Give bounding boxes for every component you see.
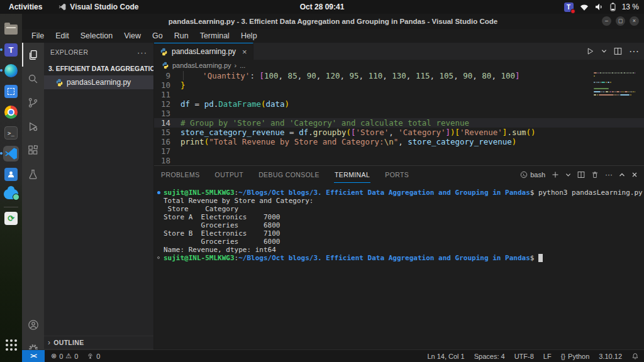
accounts-icon[interactable] xyxy=(22,313,44,337)
ports-status[interactable]: 0 xyxy=(87,353,100,360)
code-line-12[interactable]: 12df = pd.DataFrame(data) xyxy=(154,99,644,109)
breadcrumb-more[interactable]: ... xyxy=(240,62,245,69)
code-line-16[interactable]: 16print("Total Revenue by Store and Cate… xyxy=(154,137,644,146)
code-line-18[interactable]: 18 xyxy=(154,156,644,165)
explorer-icon[interactable] xyxy=(22,43,44,67)
menu-go[interactable]: Go xyxy=(147,30,169,41)
encoding[interactable]: UTF-8 xyxy=(514,353,534,360)
menu-selection[interactable]: Selection xyxy=(75,30,118,41)
prompt-decoration-icon xyxy=(157,256,160,259)
cursor-position[interactable]: Ln 14, Col 1 xyxy=(427,353,464,360)
panel-tab-output[interactable]: OUTPUT xyxy=(214,167,245,182)
menu-view[interactable]: View xyxy=(118,30,147,41)
problems-status[interactable]: ⊗0 ⚠0 xyxy=(51,352,78,360)
terminal-line: sujit@INL-5MLKWG3:~/Blogs/Oct blogs/3. E… xyxy=(155,254,644,262)
run-debug-icon[interactable] xyxy=(22,114,44,138)
volume-icon[interactable] xyxy=(595,3,604,11)
close-button[interactable]: × xyxy=(630,16,639,26)
maximize-panel-icon[interactable] xyxy=(619,172,625,178)
close-panel-icon[interactable] xyxy=(631,172,638,178)
remote-indicator[interactable]: >< xyxy=(22,350,45,362)
shell-selector[interactable]: bash xyxy=(520,171,545,178)
teams-app-icon[interactable]: T xyxy=(3,42,19,58)
outline-section[interactable]: › OUTLINE xyxy=(44,336,153,349)
chevron-right-icon: › xyxy=(48,338,50,347)
extensions-icon[interactable] xyxy=(22,138,44,162)
file-row-pandaslearning[interactable]: pandasLearning.py xyxy=(44,75,153,89)
code-line-9[interactable]: 9 'Quantity': [100, 85, 90, 120, 95, 110… xyxy=(154,71,644,80)
battery-icon[interactable] xyxy=(610,3,616,11)
testing-icon[interactable] xyxy=(22,162,44,186)
dock-divider xyxy=(4,207,18,207)
panel-tab-problems[interactable]: PROBLEMS xyxy=(160,167,201,182)
files-app-icon[interactable] xyxy=(3,21,19,37)
chrome-app-icon[interactable] xyxy=(3,104,19,120)
tab-close-icon[interactable]: × xyxy=(242,47,247,57)
python-file-icon xyxy=(160,48,168,56)
search-icon[interactable] xyxy=(22,67,44,90)
split-terminal-button[interactable] xyxy=(577,171,585,178)
indentation[interactable]: Spaces: 4 xyxy=(474,353,505,360)
panel-tab-debug-console[interactable]: DEBUG CONSOLE xyxy=(258,167,320,182)
restore-button[interactable]: ◻ xyxy=(616,16,625,26)
run-python-file-button[interactable] xyxy=(586,47,594,55)
explorer-more-actions[interactable]: ··· xyxy=(137,48,147,57)
vscode-app-icon[interactable] xyxy=(3,146,19,162)
panel-more-actions[interactable]: ··· xyxy=(605,170,613,179)
menu-edit[interactable]: Edit xyxy=(50,30,75,41)
menu-help[interactable]: Help xyxy=(235,30,263,41)
minimize-button[interactable]: – xyxy=(602,16,611,26)
code-line-14[interactable]: 14# Group by 'Store' and 'Category' and … xyxy=(154,118,644,128)
terminal-output[interactable]: sujit@INL-5MLKWG3:~/Blogs/Oct blogs/3. E… xyxy=(154,184,644,362)
clock[interactable]: Oct 28 09:41 xyxy=(300,3,345,11)
code-line-17[interactable]: 17 xyxy=(154,146,644,156)
panel-tab-ports[interactable]: PORTS xyxy=(384,167,409,182)
error-icon: ⊗ xyxy=(51,352,57,360)
source-control-icon[interactable] xyxy=(22,90,44,114)
terminal-line: Store A Electronics 7000 xyxy=(155,213,644,221)
notifications-bell-icon[interactable] xyxy=(631,353,639,360)
code-line-11[interactable]: 11 xyxy=(154,90,644,99)
folder-row[interactable]: 3. EFFICIENT DATA AGGREGATION AN... xyxy=(44,62,153,75)
terminal-dropdown-chevron-icon[interactable] xyxy=(565,172,571,178)
terminal-line: Total Revenue by Store and Category: xyxy=(155,197,644,205)
python-interpreter[interactable]: 3.10.12 xyxy=(599,353,622,360)
eol-sequence[interactable]: LF xyxy=(543,353,552,360)
line-number: 11 xyxy=(154,90,180,99)
language-mode[interactable]: {} Python xyxy=(561,353,590,360)
focused-app-menu[interactable]: Visual Studio Code xyxy=(58,3,138,11)
code-text: store_category_revenue = df.groupby(['St… xyxy=(180,128,536,137)
run-dropdown-chevron-icon[interactable] xyxy=(601,48,607,54)
code-line-10[interactable]: 10} xyxy=(154,80,644,90)
show-applications-icon[interactable] xyxy=(3,337,19,353)
editor-more-actions[interactable]: ··· xyxy=(629,46,639,57)
edge-app-icon[interactable] xyxy=(3,63,19,79)
kill-terminal-button[interactable] xyxy=(591,171,599,178)
code-line-15[interactable]: 15store_category_revenue = df.groupby(['… xyxy=(154,128,644,137)
people-app-icon[interactable] xyxy=(3,167,19,182)
wifi-icon[interactable] xyxy=(580,4,589,11)
panel-header: PROBLEMSOUTPUTDEBUG CONSOLETERMINALPORTS… xyxy=(154,166,644,184)
new-terminal-button[interactable] xyxy=(552,171,559,178)
line-number: 14 xyxy=(154,118,180,128)
terminal-app-icon[interactable]: >_ xyxy=(3,125,19,141)
editor-group: pandasLearning.py × ··· pandasLearning.p… xyxy=(154,43,644,362)
activities-button[interactable]: Activities xyxy=(9,3,42,11)
line-number: 17 xyxy=(154,146,180,156)
cloud-tools-app-icon[interactable] xyxy=(3,186,19,202)
menu-terminal[interactable]: Terminal xyxy=(194,30,235,41)
screenshot-tool-icon[interactable] xyxy=(3,84,19,99)
window-titlebar[interactable]: pandasLearning.py - 3. Efficient Data Ag… xyxy=(22,14,644,29)
code-editor[interactable]: 9 'Quantity': [100, 85, 90, 120, 95, 110… xyxy=(154,71,644,165)
panel-tab-terminal[interactable]: TERMINAL xyxy=(334,167,370,183)
code-line-13[interactable]: 13 xyxy=(154,109,644,118)
split-editor-button[interactable] xyxy=(614,47,622,55)
menu-file[interactable]: File xyxy=(26,30,50,41)
menu-run[interactable]: Run xyxy=(169,30,194,41)
tab-pandaslearning[interactable]: pandasLearning.py × xyxy=(154,43,253,60)
software-updater-icon[interactable]: ⟳ xyxy=(3,211,19,226)
minimap[interactable] xyxy=(594,72,635,104)
terminal-line: Groceries 6000 xyxy=(155,238,644,246)
teams-tray-icon[interactable]: T xyxy=(564,3,574,12)
breadcrumb[interactable]: pandasLearning.py › ... xyxy=(154,60,644,71)
